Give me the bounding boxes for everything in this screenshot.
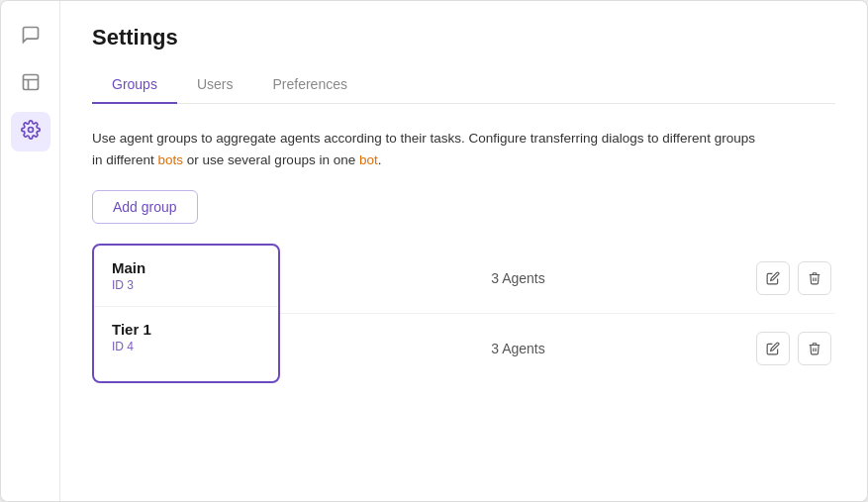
sidebar-item-chat[interactable]	[11, 17, 50, 56]
tab-content: Use agent groups to aggregate agents acc…	[60, 104, 867, 501]
add-group-button[interactable]: Add group	[92, 190, 198, 224]
main-content: Settings Groups Users Preferences Use ag…	[60, 1, 867, 501]
svg-point-1	[28, 127, 33, 132]
svg-rect-0	[23, 74, 38, 89]
delete-button-tier1[interactable]	[798, 332, 831, 365]
page-title: Settings	[92, 25, 835, 50]
edit-button-tier1[interactable]	[756, 332, 790, 365]
tab-groups[interactable]: Groups	[92, 66, 177, 104]
chart-icon	[21, 72, 41, 97]
group-id-main: ID 3	[112, 278, 260, 292]
edit-icon	[766, 271, 780, 285]
row-actions-main	[756, 261, 831, 295]
delete-icon	[808, 342, 821, 355]
group-item-main[interactable]: Main ID 3	[94, 246, 278, 307]
tabs-bar: Groups Users Preferences	[92, 66, 835, 104]
table-row: 3 Agents	[280, 314, 835, 383]
settings-icon	[21, 120, 41, 145]
group-name-main: Main	[112, 259, 260, 276]
row-actions-tier1	[756, 332, 831, 365]
page-header: Settings Groups Users Preferences	[60, 1, 867, 104]
delete-button-main[interactable]	[798, 261, 831, 295]
bot-link[interactable]: bot	[359, 152, 378, 167]
edit-button-main[interactable]	[756, 261, 790, 295]
groups-container: Main ID 3 Tier 1 ID 4 3 Agents	[92, 244, 835, 383]
groups-layout: Main ID 3 Tier 1 ID 4 3 Agents	[92, 244, 835, 383]
group-item-tier1[interactable]: Tier 1 ID 4	[94, 307, 278, 367]
sidebar-item-settings[interactable]	[11, 112, 50, 151]
group-id-tier1: ID 4	[112, 340, 260, 353]
agents-count-tier1: 3 Agents	[280, 341, 756, 356]
delete-icon	[808, 271, 821, 285]
chat-icon	[21, 25, 41, 50]
description-text: Use agent groups to aggregate agents acc…	[92, 128, 765, 170]
sidebar	[1, 1, 60, 501]
app-window: Settings Groups Users Preferences Use ag…	[0, 0, 868, 502]
edit-icon	[766, 342, 780, 355]
agents-count-main: 3 Agents	[280, 270, 756, 286]
tab-preferences[interactable]: Preferences	[252, 66, 366, 104]
tab-users[interactable]: Users	[177, 66, 253, 104]
table-row: 3 Agents	[280, 244, 835, 314]
group-info-box: Main ID 3 Tier 1 ID 4	[92, 244, 280, 383]
bots-link[interactable]: bots	[158, 152, 184, 167]
rows-right: 3 Agents 3	[280, 244, 835, 383]
sidebar-item-analytics[interactable]	[11, 64, 50, 104]
group-name-tier1: Tier 1	[112, 321, 260, 338]
